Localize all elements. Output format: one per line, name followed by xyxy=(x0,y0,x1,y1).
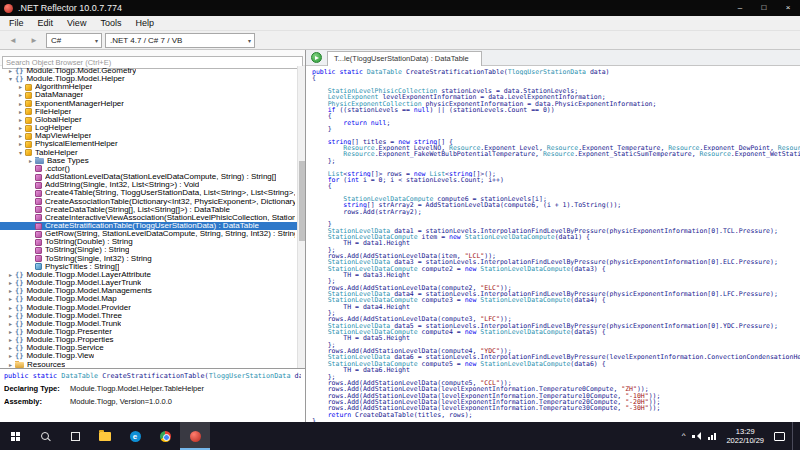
task-view-button[interactable] xyxy=(60,422,90,450)
navigate-back-button[interactable] xyxy=(311,52,322,63)
tree-item[interactable]: ▾{}Module.Tlogp.Model.Helper xyxy=(0,75,305,83)
tree-item-label: AddString(Single, Int32, List<String>) :… xyxy=(45,181,199,189)
tree-item[interactable]: ▸{}Module.Tlogp.Model.Geometry xyxy=(0,67,305,75)
expand-arrow-icon[interactable]: ▸ xyxy=(6,295,15,303)
show-desktop-button[interactable] xyxy=(792,422,797,450)
maximize-button[interactable]: □ xyxy=(752,0,776,16)
tree-item[interactable]: ▾TableHelper xyxy=(0,149,305,157)
tree-item[interactable]: AddStationLevelData(StationLevelDataComp… xyxy=(0,173,305,181)
menu-item-tools[interactable]: Tools xyxy=(93,16,128,30)
tree-item[interactable]: .cctor() xyxy=(0,165,305,173)
expand-arrow-icon[interactable]: ▸ xyxy=(6,271,15,279)
tree-item[interactable]: ▸{}Module.Tlogp.Model.Provider xyxy=(0,304,305,312)
tree-item[interactable]: CreateDataTable(String[], List<String[]>… xyxy=(0,206,305,214)
volume-icon[interactable] xyxy=(692,432,701,440)
expand-arrow-icon[interactable]: ▸ xyxy=(16,83,25,91)
tree-item[interactable]: PhysicTitles : String[] xyxy=(0,263,305,271)
action-center-icon[interactable] xyxy=(774,432,785,441)
expand-arrow-icon[interactable]: ▸ xyxy=(6,344,15,352)
tree-item[interactable]: ▸AlgorithmHelper xyxy=(0,83,305,91)
expand-arrow-icon[interactable]: ▸ xyxy=(6,320,15,328)
tree-item[interactable]: ▸{}Module.Tlogp.Model.Map xyxy=(0,295,305,303)
expand-arrow-icon[interactable]: ▸ xyxy=(6,352,15,360)
code-token: stationLevels xyxy=(406,177,457,183)
expand-arrow-icon[interactable]: ▸ xyxy=(6,336,15,344)
file-explorer-button[interactable] xyxy=(90,422,120,450)
tree-item[interactable]: ▸DataManager xyxy=(0,91,305,99)
forward-button[interactable]: ► xyxy=(25,33,43,48)
network-icon[interactable] xyxy=(708,433,716,440)
expand-arrow-icon[interactable]: ▸ xyxy=(6,328,15,336)
tree-item[interactable]: ▸Resources xyxy=(0,361,305,368)
tree-item[interactable]: AddString(Single, Int32, List<String>) :… xyxy=(0,181,305,189)
tree-item[interactable]: CreateInteractiveViewAssociation(Station… xyxy=(0,214,305,222)
chrome-browser-button[interactable] xyxy=(150,422,180,450)
tree-item[interactable]: ▸{}Module.Tlogp.Model.Three xyxy=(0,312,305,320)
tree-item[interactable]: ▸{}Module.Tlogp.View xyxy=(0,352,305,360)
tree-item[interactable]: ▸ExponentManagerHelper xyxy=(0,100,305,108)
menu-item-view[interactable]: View xyxy=(60,16,93,30)
code-text: + 1). xyxy=(551,202,574,208)
tree-item[interactable]: ▸{}Module.Tlogp.Properties xyxy=(0,336,305,344)
edge-browser-button[interactable]: e xyxy=(120,422,150,450)
code-token: data xyxy=(295,372,301,380)
code-token: Resource xyxy=(543,151,574,157)
code-text: = xyxy=(453,361,465,367)
code-token: ELC xyxy=(723,259,735,265)
collapse-arrow-icon[interactable]: ▾ xyxy=(16,149,25,157)
tree-item[interactable]: ToString(Single, Int32) : String xyxy=(0,255,305,263)
framework-select[interactable]: .NET 4.7 / C# 7 / VB ▾ xyxy=(105,33,255,48)
expand-arrow-icon[interactable]: ▸ xyxy=(16,100,25,108)
expand-arrow-icon[interactable]: ▸ xyxy=(6,67,15,75)
tree-item[interactable]: GetRow(String, StationLevelDataCompute, … xyxy=(0,230,305,238)
tree-item[interactable]: ▸LogHelper xyxy=(0,124,305,132)
tree-item[interactable]: CreateStratificationTable(TloggUserStati… xyxy=(0,222,305,230)
close-button[interactable]: × xyxy=(776,0,800,16)
expand-arrow-icon[interactable]: ▸ xyxy=(6,361,15,368)
minimize-button[interactable]: – xyxy=(728,0,752,16)
tree-item[interactable]: ▸{}Module.Tlogp.Model.Managements xyxy=(0,287,305,295)
menu-item-help[interactable]: Help xyxy=(128,16,161,30)
tree-item[interactable]: ▸FileHelper xyxy=(0,108,305,116)
tree-item[interactable]: ▸{}Module.Tlogp.Model.LayerTrunk xyxy=(0,279,305,287)
expand-arrow-icon[interactable]: ▸ xyxy=(16,124,25,132)
hidden-icons-caret[interactable]: ^ xyxy=(682,432,686,440)
taskbar-search-button[interactable] xyxy=(30,422,60,450)
tree-scrollbar[interactable] xyxy=(297,66,305,368)
language-select[interactable]: C# ▾ xyxy=(46,33,102,48)
menu-item-file[interactable]: File xyxy=(2,16,31,30)
back-button[interactable]: ◄ xyxy=(4,33,22,48)
tree-item[interactable]: ToString(Double) : String xyxy=(0,238,305,246)
tree-item[interactable]: CreateAssociationTable(Dictionary<Int32,… xyxy=(0,198,305,206)
expand-arrow-icon[interactable]: ▸ xyxy=(6,304,15,312)
start-button[interactable] xyxy=(0,422,30,450)
expand-arrow-icon[interactable]: ▸ xyxy=(16,140,25,148)
code-tab[interactable]: T...le(TloggUserStationData) : DataTable xyxy=(327,51,482,66)
assembly-row: Assembly: Module.Tlogp, Version=1.0.0.0 xyxy=(4,397,301,407)
tree-item[interactable]: ▸{}Module.Tlogp.Model.LayerAttribute xyxy=(0,271,305,279)
tree-item[interactable]: ▸PhysicalElementHelper xyxy=(0,140,305,148)
tree-item[interactable]: ▸GlobalHelper xyxy=(0,116,305,124)
menu-item-edit[interactable]: Edit xyxy=(31,16,61,30)
tree-item[interactable]: ▸{}Module.Tlogp.Model.Trunk xyxy=(0,320,305,328)
expand-arrow-icon[interactable]: ▸ xyxy=(16,91,25,99)
tree-item[interactable]: ToString(Single) : String xyxy=(0,246,305,254)
expand-arrow-icon[interactable]: ▸ xyxy=(16,108,25,116)
tree-item[interactable]: ▸MapViewHelper xyxy=(0,132,305,140)
code-view[interactable]: public static DataTable CreateStratifica… xyxy=(306,66,800,422)
tree-item[interactable]: ▸{}Module.Tlogp.Service xyxy=(0,344,305,352)
tree-item[interactable]: ▸Base Types xyxy=(0,157,305,165)
expand-arrow-icon[interactable]: ▸ xyxy=(6,279,15,287)
expand-arrow-icon[interactable]: ▸ xyxy=(16,116,25,124)
tree-item[interactable]: Create4Table(String, TloggUserStationDat… xyxy=(0,189,305,197)
taskbar-clock[interactable]: 13:29 2022/10/29 xyxy=(723,427,767,445)
tree-scrollbar-thumb[interactable] xyxy=(299,161,305,241)
reflector-taskbar-button[interactable] xyxy=(180,422,210,450)
expand-arrow-icon[interactable]: ▸ xyxy=(6,312,15,320)
expand-arrow-icon[interactable]: ▸ xyxy=(26,157,35,165)
expand-arrow-icon[interactable]: ▸ xyxy=(6,287,15,295)
expand-arrow-icon[interactable]: ▸ xyxy=(16,132,25,140)
collapse-arrow-icon[interactable]: ▾ xyxy=(6,75,15,83)
tree-item-label: PhysicalElementHelper xyxy=(35,140,118,148)
tree-item[interactable]: ▸{}Module.Tlogp.Presenter xyxy=(0,328,305,336)
